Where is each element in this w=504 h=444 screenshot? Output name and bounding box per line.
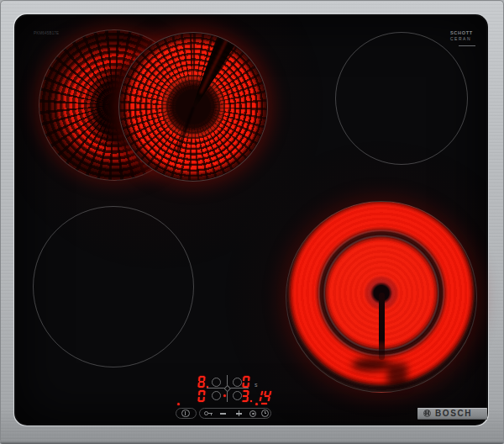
zone-map-horizontal-divider-right bbox=[230, 388, 249, 388]
temperature-sensor-shadow bbox=[184, 36, 235, 113]
cooking-zone-front-right bbox=[286, 201, 477, 393]
zone-map-back-right-icon bbox=[233, 378, 242, 387]
schott-ceran-logo: SCHOTT CERAN bbox=[450, 30, 475, 46]
model-label: PKM645B17E bbox=[34, 31, 59, 35]
bosch-badge: BOSCH bbox=[417, 408, 487, 420]
logo-underline bbox=[459, 45, 475, 46]
schott-line: SCHOTT bbox=[450, 30, 475, 36]
dual-zone-icon[interactable] bbox=[249, 410, 258, 417]
zone-map-horizontal-divider-left bbox=[207, 388, 224, 388]
bosch-logo-text: BOSCH bbox=[435, 409, 472, 418]
level-display-front-right bbox=[242, 390, 253, 402]
level-display-back-right bbox=[243, 376, 251, 388]
ceran-line: CERAN bbox=[450, 36, 475, 41]
timer-indicator-dash bbox=[261, 403, 267, 404]
power-indicator-dot bbox=[177, 403, 180, 405]
sensor-base-shadow bbox=[352, 358, 391, 371]
bosch-emblem-icon bbox=[423, 410, 431, 417]
minus-button[interactable] bbox=[220, 410, 228, 417]
level-display-back-left bbox=[198, 376, 209, 388]
sensor-tail-shadow bbox=[176, 106, 195, 153]
zone-map-front-left-icon bbox=[212, 391, 221, 400]
active-zone-dot bbox=[223, 394, 226, 397]
timer-display bbox=[255, 390, 272, 402]
child-lock-icon[interactable] bbox=[204, 410, 213, 417]
seconds-indicator: s bbox=[255, 382, 258, 388]
cooking-zone-front-left bbox=[33, 206, 194, 367]
sensor-base-shadow-2 bbox=[387, 363, 407, 387]
plus-button[interactable] bbox=[236, 410, 244, 417]
timer-icon[interactable] bbox=[261, 410, 270, 417]
temperature-sensor-bar bbox=[379, 293, 385, 360]
level-display-front-left bbox=[198, 390, 207, 402]
cooking-zone-back-left-main-element bbox=[118, 32, 268, 182]
zone-map-back-left-icon bbox=[212, 378, 221, 387]
timer-indicator-dot bbox=[255, 403, 258, 405]
power-icon[interactable] bbox=[181, 410, 190, 417]
cooking-zone-back-right bbox=[335, 32, 468, 165]
zone-map-front-right-icon bbox=[233, 391, 242, 400]
